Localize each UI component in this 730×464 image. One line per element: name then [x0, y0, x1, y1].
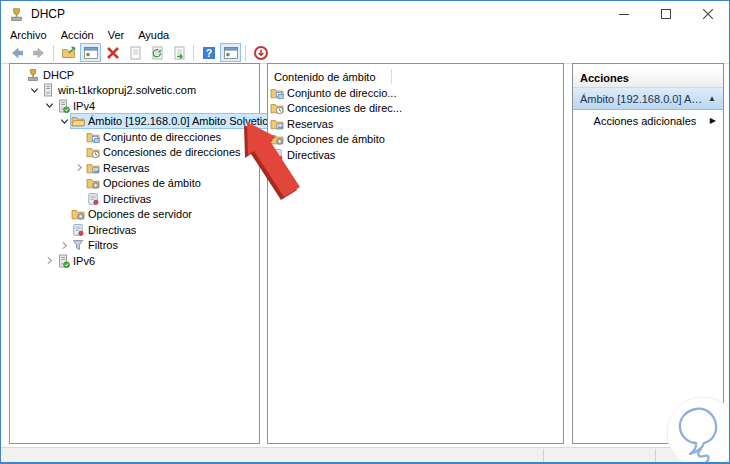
help-icon: ? [201, 45, 217, 61]
chevron-expanded-icon[interactable] [43, 101, 56, 110]
content-item-concesiones-de-direc[interactable]: Concesiones de direc... [268, 101, 563, 117]
folder-arrow-icon [61, 45, 77, 61]
content-list-header: Contenido de ámbito [268, 68, 563, 85]
content-item-conjunto-de-direccio[interactable]: Conjunto de direccio... [268, 85, 563, 101]
tree-item-label: Filtros [86, 239, 118, 251]
content-item-directivas[interactable]: Directivas [268, 147, 563, 163]
funnel-icon [71, 238, 86, 252]
tree-row-directivas: Directivas [10, 222, 259, 238]
menu-ayuda[interactable]: Ayuda [138, 29, 169, 41]
red-circle-icon [253, 45, 269, 61]
content-column-header[interactable]: Contenido de ámbito [274, 71, 376, 83]
chevron-expanded-icon[interactable] [58, 117, 71, 126]
content-item-opciones-de-ambito[interactable]: Opciones de ámbito [268, 132, 563, 148]
tree-item-label: Conjunto de direcciones [101, 131, 221, 143]
scroll-icon [86, 192, 101, 206]
tree-item-opciones-de-ambito[interactable]: Opciones de ámbito [86, 176, 204, 190]
actions-item-additional[interactable]: Acciones adicionales ▶ [573, 110, 723, 131]
toolbar-export-folder-button[interactable] [58, 43, 79, 62]
console-tree-pane: DHCPwin-t1krkopruj2.solvetic.comIPv4Ámbi… [9, 63, 260, 444]
content-list: Conjunto de direccio...Concesiones de di… [268, 85, 563, 163]
window-title: DHCP [31, 7, 65, 21]
server-icon [41, 83, 56, 97]
toolbar-refresh-button[interactable] [146, 43, 167, 62]
tree-item-directivas[interactable]: Directivas [71, 223, 139, 237]
tree-row-concesiones-de-direcciones: Concesiones de direcciones [10, 145, 259, 161]
tree-item-win-t1krkopruj2-solvetic-com[interactable]: win-t1krkopruj2.solvetic.com [41, 83, 199, 97]
tree-row-ambito-192-168-0-0-ambito-solvetic: Ámbito [192.168.0.0] Ambito Solvetic [10, 114, 259, 130]
dhcp-app-icon [9, 6, 25, 22]
folder-cards-icon [270, 86, 285, 100]
submenu-arrow-icon: ▶ [710, 116, 716, 125]
server-check-icon [56, 99, 71, 113]
tree-item-opciones-de-servidor[interactable]: Opciones de servidor [71, 207, 195, 221]
folder-icon [71, 114, 86, 128]
refresh-icon [149, 45, 165, 61]
tree-item-concesiones-de-direcciones[interactable]: Concesiones de direcciones [86, 145, 244, 159]
actions-pane-title: Acciones [573, 69, 723, 88]
minimize-button[interactable] [603, 1, 645, 27]
toolbar-separator [245, 45, 246, 61]
chevron-expanded-icon[interactable] [28, 86, 41, 95]
arrow-right-icon [31, 45, 47, 61]
column-divider[interactable] [391, 69, 392, 84]
tree-row-filtros: Filtros [10, 238, 259, 254]
window-controls [603, 1, 729, 27]
menu-archivo[interactable]: Archivo [10, 29, 47, 41]
tree-item-filtros[interactable]: Filtros [71, 238, 121, 252]
menu-ver[interactable]: Ver [108, 29, 125, 41]
close-button[interactable] [687, 1, 729, 27]
toolbar-back-button[interactable] [6, 43, 27, 62]
red-x-icon [105, 45, 121, 61]
tree-row-reservas: Reservas [10, 160, 259, 176]
tree-item-label: Reservas [101, 162, 149, 174]
tree-item-ipv4[interactable]: IPv4 [56, 99, 98, 113]
tree-item-conjunto-de-direcciones[interactable]: Conjunto de direcciones [86, 130, 224, 144]
server-check-icon [56, 254, 71, 268]
dhcp-window: DHCP ArchivoAcciónVerAyuda ? DHCPwin-t1k… [0, 0, 730, 464]
tree-item-label: Directivas [86, 224, 136, 236]
maximize-button[interactable] [645, 1, 687, 27]
toolbar-properties-button[interactable] [124, 43, 145, 62]
solvetic-watermark-logo [663, 393, 730, 464]
tree-item-label: Directivas [101, 193, 151, 205]
folder-img-icon [86, 161, 101, 175]
menu-accion[interactable]: Acción [61, 29, 94, 41]
tree-item-label: IPv4 [71, 100, 95, 112]
scope-content-pane: Contenido de ámbito Conjunto de direccio… [267, 63, 564, 444]
tree-item-label: Concesiones de direcciones [101, 146, 241, 158]
tree-item-label: IPv6 [71, 255, 95, 267]
folder-gear-icon [71, 207, 86, 221]
console-window-icon [83, 45, 99, 61]
tree-item-dhcp[interactable]: DHCP [26, 68, 77, 82]
tree-item-label: DHCP [41, 69, 74, 81]
chevron-collapsed-icon[interactable] [58, 241, 71, 250]
toolbar-delete-button[interactable] [102, 43, 123, 62]
tree-item-directivas[interactable]: Directivas [86, 192, 154, 206]
toolbar-dhcp-stop-button[interactable] [250, 43, 271, 62]
toolbar-export-list-button[interactable] [168, 43, 189, 62]
folder-clock-icon [86, 145, 101, 159]
export-icon [171, 45, 187, 61]
toolbar-help-button[interactable]: ? [198, 43, 219, 62]
content-item-label: Conjunto de direccio... [285, 87, 396, 99]
toolbar-show-actions-pane-button[interactable] [220, 43, 241, 62]
tree-row-conjunto-de-direcciones: Conjunto de direcciones [10, 129, 259, 145]
tree-item-label: Opciones de ámbito [101, 177, 201, 189]
tree-item-reservas[interactable]: Reservas [86, 161, 152, 175]
tree-item-ipv6[interactable]: IPv6 [56, 254, 98, 268]
chevron-collapsed-icon[interactable] [73, 163, 86, 172]
toolbar: ? [1, 42, 729, 64]
status-bar [1, 447, 729, 463]
tree-row-ipv4: IPv4 [10, 98, 259, 114]
actions-group-header[interactable]: Ámbito [192.168.0.0] Ambit... ▲ [573, 88, 723, 110]
toolbar-show-console-tree-button[interactable] [80, 43, 101, 62]
dhcp-icon [26, 68, 41, 82]
folder-cards-icon [86, 130, 101, 144]
collapse-chevron-icon[interactable]: ▲ [708, 94, 716, 103]
chevron-collapsed-icon[interactable] [43, 256, 56, 265]
actions-group-label: Ámbito [192.168.0.0] Ambit... [580, 93, 704, 105]
content-item-reservas[interactable]: Reservas [268, 116, 563, 132]
actions-item-label: Acciones adicionales [580, 115, 710, 127]
toolbar-forward-button[interactable] [28, 43, 49, 62]
